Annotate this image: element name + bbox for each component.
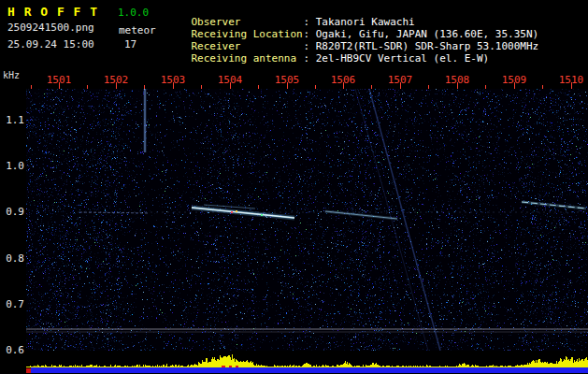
time-tick (230, 82, 231, 89)
mode-label: meteor (119, 24, 156, 36)
time-tick (59, 82, 60, 89)
time-tick (116, 82, 117, 89)
info-row-antenna: Receiving antenna: 2el-HB9CV Vertical (e… (166, 42, 489, 76)
freq-tick-label: 0.9 (0, 206, 24, 218)
info-label: Receiving antenna (192, 53, 304, 65)
freq-tick-label: 1.1 (0, 114, 24, 126)
time-tick (457, 82, 458, 89)
spectrogram-canvas (26, 89, 588, 351)
hrofft-screen: H R O F F T 1.0.0 2509241500.png meteor … (0, 0, 588, 374)
time-tick (287, 82, 288, 89)
time-tick (173, 82, 174, 89)
info-value: : 2el-HB9CV Vertical (el. E-W) (304, 52, 490, 65)
freq-tick-label: 0.8 (0, 252, 24, 265)
signal-level-canvas (26, 352, 588, 367)
time-tick (571, 82, 572, 89)
echo-count: 17 (124, 38, 136, 50)
freq-tick-label: 0.6 (0, 344, 24, 356)
time-tick (514, 82, 515, 89)
freq-tick-label: 0.7 (0, 298, 24, 310)
app-title: H R O F F T (7, 5, 98, 19)
datetime-label: 25.09.24 15:00 (7, 38, 94, 50)
time-tick (343, 82, 344, 89)
status-bar (31, 367, 588, 373)
output-filename: 2509241500.png (7, 22, 94, 34)
time-ticks (0, 82, 588, 89)
time-tick (400, 82, 401, 89)
app-version: 1.0.0 (118, 7, 149, 19)
freq-tick-label: 1.0 (0, 160, 24, 172)
